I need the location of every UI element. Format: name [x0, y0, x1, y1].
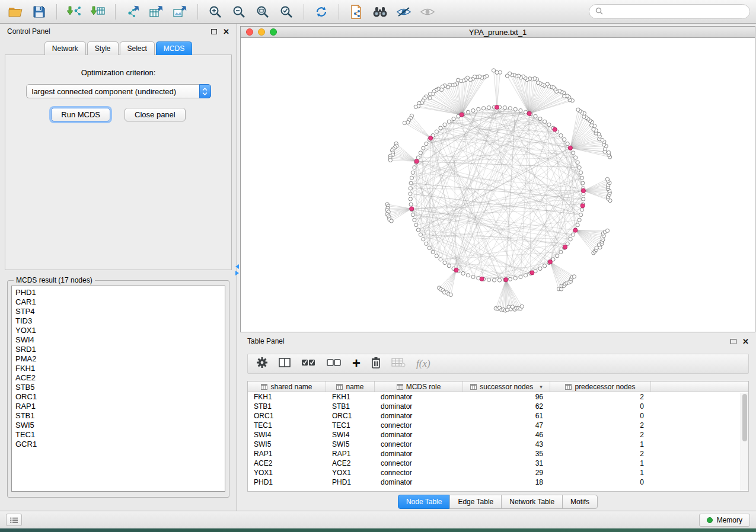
status-menu-button[interactable]	[6, 514, 22, 526]
select-stepper-icon[interactable]	[199, 84, 211, 98]
close-window-icon[interactable]	[246, 28, 253, 36]
mcds-result-item[interactable]: STB1	[15, 411, 225, 421]
table-cell[interactable]: connector	[375, 459, 463, 468]
zoom-fit-icon[interactable]	[253, 2, 272, 21]
table-cell[interactable]: 47	[463, 421, 550, 430]
table-cell[interactable]: SWI5	[326, 440, 375, 449]
import-network-icon[interactable]	[65, 2, 84, 21]
table-tab-edge-table[interactable]: Edge Table	[449, 495, 502, 509]
table-row[interactable]: STB1STB1dominator620	[248, 402, 740, 411]
table-row[interactable]: YOX1YOX1connector291	[248, 468, 740, 477]
table-cell[interactable]: 0	[550, 477, 651, 487]
column-header-name[interactable]: name	[326, 382, 375, 392]
collapse-left-icon[interactable]	[235, 264, 239, 269]
mcds-result-item[interactable]: TEC1	[15, 430, 225, 440]
control-tab-network[interactable]: Network	[44, 41, 86, 55]
table-cell[interactable]: dominator	[375, 392, 463, 402]
mcds-result-item[interactable]: CAR1	[15, 297, 225, 307]
table-cell[interactable]: ACE2	[248, 459, 326, 468]
table-cell[interactable]: dominator	[375, 477, 463, 487]
optimization-criterion-select[interactable]: largest connected component (undirected)	[26, 84, 211, 98]
table-cell[interactable]: ORC1	[248, 411, 326, 421]
zoom-selected-icon[interactable]	[277, 2, 296, 21]
search-box[interactable]	[589, 4, 750, 19]
table-tab-motifs[interactable]: Motifs	[562, 495, 598, 509]
table-cell[interactable]: connector	[375, 440, 463, 449]
table-cell[interactable]: 2	[550, 421, 651, 430]
table-cell[interactable]: PHD1	[326, 477, 375, 487]
table-row[interactable]: SWI4SWI4dominator462	[248, 430, 740, 440]
expand-right-icon[interactable]	[235, 271, 239, 275]
mcds-result-item[interactable]: SWI5	[15, 421, 225, 430]
table-cell[interactable]: SWI4	[326, 430, 375, 440]
show-all-eye-icon[interactable]	[418, 2, 437, 21]
mcds-result-item[interactable]: YOX1	[15, 326, 225, 335]
table-cell[interactable]: 2	[550, 392, 651, 402]
maximize-window-icon[interactable]	[270, 28, 277, 36]
table-cell[interactable]: connector	[375, 421, 463, 430]
table-cell[interactable]: STB1	[326, 402, 375, 411]
float-panel-icon[interactable]	[731, 339, 736, 344]
column-header-mcds-role[interactable]: MCDS role	[375, 382, 463, 392]
close-panel-button[interactable]: Close panel	[125, 108, 186, 121]
table-cell[interactable]: PHD1	[248, 477, 326, 487]
run-mcds-button[interactable]: Run MCDS	[51, 108, 110, 121]
table-cell[interactable]: 62	[463, 402, 550, 411]
table-cell[interactable]: RAP1	[248, 449, 326, 459]
table-cell[interactable]: SWI4	[248, 430, 326, 440]
mcds-result-item[interactable]: STB5	[15, 383, 225, 392]
table-cell[interactable]: ACE2	[326, 459, 375, 468]
save-session-icon[interactable]	[30, 2, 49, 21]
table-cell[interactable]: 0	[550, 402, 651, 411]
mcds-result-item[interactable]: ACE2	[15, 373, 225, 383]
table-cell[interactable]: TEC1	[248, 421, 326, 430]
table-row[interactable]: RAP1RAP1dominator352	[248, 449, 740, 459]
control-tab-select[interactable]: Select	[120, 41, 155, 55]
table-cell[interactable]: 96	[463, 392, 550, 402]
scrollbar-thumb[interactable]	[742, 394, 747, 441]
network-canvas[interactable]	[241, 38, 755, 332]
mcds-result-list[interactable]: PHD1CAR1STP4TID3YOX1SWI4SRD1PMA2FKH1ACE2…	[11, 286, 225, 492]
table-cell[interactable]: TEC1	[326, 421, 375, 430]
table-cell[interactable]: SWI5	[248, 440, 326, 449]
close-panel-icon[interactable]: ✕	[742, 338, 749, 345]
column-header-successor-nodes[interactable]: successor nodes ▾	[463, 382, 550, 392]
table-cell[interactable]: 0	[550, 411, 651, 421]
table-cell[interactable]: 18	[463, 477, 550, 487]
table-cell[interactable]: ORC1	[326, 411, 375, 421]
close-panel-icon[interactable]: ✕	[223, 28, 229, 36]
table-cell[interactable]: 2	[550, 449, 651, 459]
deselect-all-rows-icon[interactable]	[327, 358, 342, 370]
table-cell[interactable]: 1	[550, 459, 651, 468]
table-cell[interactable]: 43	[463, 440, 550, 449]
network-window-titlebar[interactable]: YPA_prune.txt_1	[241, 27, 755, 38]
table-cell[interactable]: dominator	[375, 402, 463, 411]
table-cell[interactable]: YOX1	[326, 468, 375, 477]
mcds-result-item[interactable]: ORC1	[15, 392, 225, 402]
search-input[interactable]	[607, 7, 744, 17]
mcds-result-item[interactable]: GCR1	[15, 440, 225, 449]
table-row[interactable]: ACE2ACE2connector311	[248, 459, 740, 468]
zoom-out-icon[interactable]	[229, 2, 248, 21]
table-cell[interactable]: YOX1	[248, 468, 326, 477]
column-header-shared-name[interactable]: shared name	[248, 382, 326, 392]
table-row[interactable]: FKH1FKH1dominator962	[248, 392, 740, 402]
table-row[interactable]: TEC1TEC1connector472	[248, 421, 740, 430]
table-cell[interactable]: dominator	[375, 411, 463, 421]
export-table-icon[interactable]	[147, 2, 166, 21]
apply-layout-icon[interactable]	[312, 2, 331, 21]
table-cell[interactable]: 61	[463, 411, 550, 421]
mcds-result-item[interactable]: PHD1	[15, 288, 225, 297]
open-file-icon[interactable]	[6, 2, 25, 21]
mcds-result-item[interactable]: RAP1	[15, 402, 225, 411]
table-cell[interactable]: FKH1	[248, 392, 326, 402]
table-cell[interactable]: 1	[550, 468, 651, 477]
table-cell[interactable]: RAP1	[326, 449, 375, 459]
zoom-in-icon[interactable]	[206, 2, 225, 21]
table-cell[interactable]: dominator	[375, 430, 463, 440]
share-document-icon[interactable]	[347, 2, 366, 21]
network-graph[interactable]	[241, 38, 755, 332]
table-row[interactable]: SWI5SWI5connector431	[248, 440, 740, 449]
table-tab-network-table[interactable]: Network Table	[501, 495, 563, 509]
export-image-icon[interactable]	[171, 2, 190, 21]
